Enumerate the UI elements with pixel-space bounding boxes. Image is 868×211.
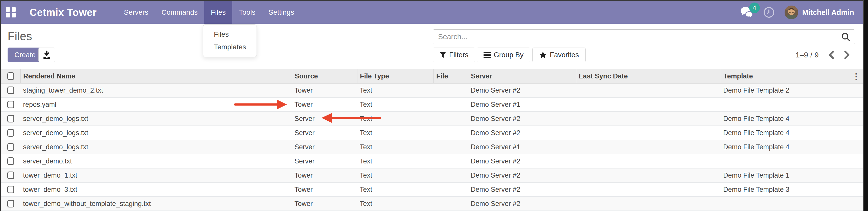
cell-rendered-name: server_demo.txt [21,154,292,168]
row-checkbox[interactable] [7,172,14,179]
column-header-server[interactable]: Server [468,69,576,83]
cell-file-type: Text [357,112,433,125]
download-icon [42,51,51,59]
clock-icon [763,7,774,18]
row-checkbox-cell [1,140,21,154]
column-header-file-type[interactable]: File Type [357,69,433,83]
cell-server: Demo Server #2 [468,183,576,196]
row-checkbox[interactable] [7,186,14,193]
grid-square [6,7,10,12]
files-dropdown-menu: Files Templates [203,24,257,57]
activities-button[interactable] [763,7,774,18]
column-header-last-sync-date[interactable]: Last Sync Date [576,69,721,83]
table-row[interactable]: tower_demo_1.txt Tower Text Demo Server … [1,169,863,183]
row-checkbox[interactable] [7,115,14,122]
cell-file-type: Text [357,197,433,210]
menu-item-files[interactable]: Files [204,1,232,24]
table-row[interactable]: server_demo.txt Server Text Demo Server … [1,154,863,169]
table-row[interactable]: repos.yaml Tower Text Demo Server #1 [1,98,863,112]
cell-source: Tower [292,84,357,97]
import-button[interactable] [38,48,55,62]
list-icon [484,52,491,58]
table-row[interactable]: tower_demo_without_template_staging.txt … [1,197,863,211]
messages-count-badge: 4 [749,3,760,13]
row-checkbox[interactable] [7,157,14,165]
filters-label: Filters [449,51,468,59]
pager-next-button[interactable] [844,51,850,59]
cell-template [721,154,863,168]
cell-template: Demo File Template 3 [721,183,863,196]
group-by-button[interactable]: Group By [477,48,530,62]
dropdown-item-files[interactable]: Files [203,28,256,41]
menu-item-tools[interactable]: Tools [232,1,262,24]
cell-rendered-name: tower_demo_1.txt [21,169,292,182]
cell-source: Server [292,140,357,154]
favorites-button[interactable]: Favorites [532,48,586,62]
select-all-checkbox[interactable] [7,72,14,80]
table-row[interactable]: server_demo_logs.txt Server Text Demo Se… [1,112,863,126]
cell-source: Tower [292,197,357,210]
table-row[interactable]: server_demo_logs.txt Server Text Demo Se… [1,140,863,154]
group-by-label: Group By [494,51,524,59]
cell-file [433,126,468,140]
ellipsis-vertical-icon[interactable]: ⋮ [852,69,860,84]
funnel-icon [440,52,446,58]
column-header-rendered-name[interactable]: Rendered Name [21,69,292,83]
chevron-right-icon [844,51,850,59]
column-header-template[interactable]: Template [721,69,863,83]
cell-rendered-name: tower_demo_3.txt [21,183,292,196]
cell-rendered-name: server_demo_logs.txt [21,126,292,140]
cell-file [433,169,468,182]
main-menu: Servers Commands Files Tools Settings [117,1,301,24]
apps-grid-icon[interactable] [6,7,16,18]
cell-file-type: Text [357,140,433,154]
menu-item-settings[interactable]: Settings [262,1,301,24]
menu-item-servers[interactable]: Servers [117,1,155,24]
row-checkbox[interactable] [7,87,14,94]
messages-button[interactable]: 4 [740,7,753,18]
cell-source: Server [292,126,357,140]
filters-button[interactable]: Filters [433,48,475,62]
pager-previous-button[interactable] [828,51,834,59]
cell-file [433,140,468,154]
user-menu[interactable]: Mitchell Admin [784,6,854,19]
column-header-source[interactable]: Source [292,69,357,83]
table-header: Rendered Name Source File Type File Serv… [1,69,863,84]
user-name: Mitchell Admin [802,8,854,17]
cell-source: Tower [292,183,357,196]
dropdown-item-templates[interactable]: Templates [203,41,256,53]
cell-file [433,197,468,210]
cell-server: Demo Server #2 [468,112,576,125]
window-frame-top [0,0,868,1]
row-checkbox[interactable] [7,143,14,151]
cell-last-sync-date [576,197,721,210]
menu-item-commands[interactable]: Commands [155,1,204,24]
search-box [433,29,855,44]
cell-rendered-name: tower_demo_without_template_staging.txt [21,197,292,210]
cell-rendered-name: staging_tower_demo_2.txt [21,84,292,97]
table-row[interactable]: server_demo_logs.txt Server Text Demo Se… [1,126,863,140]
cell-server: Demo Server #2 [468,126,576,140]
search-input[interactable] [433,29,855,44]
cell-file [433,183,468,196]
cell-file-type: Text [357,84,433,97]
table-row[interactable]: staging_tower_demo_2.txt Tower Text Demo… [1,84,863,98]
row-checkbox[interactable] [7,101,14,108]
row-checkbox[interactable] [7,129,14,137]
app-window: Cetmix Tower Servers Commands Files Tool… [0,0,868,211]
cell-file-type: Text [357,98,433,111]
column-header-file[interactable]: File [433,69,468,83]
top-navbar: Cetmix Tower Servers Commands Files Tool… [1,1,863,24]
cell-file-type: Text [357,183,433,196]
cell-source: Tower [292,169,357,182]
search-icon[interactable] [841,32,850,42]
table-row[interactable]: tower_demo_3.txt Tower Text Demo Server … [1,183,863,197]
files-list: Rendered Name Source File Type File Serv… [1,69,863,211]
cell-last-sync-date [576,98,721,111]
row-checkbox[interactable] [7,200,14,207]
create-button[interactable]: Create [8,48,42,62]
window-frame-right [863,0,868,211]
cell-source: Server [292,154,357,168]
cell-file-type: Text [357,169,433,182]
chevron-left-icon [828,51,834,59]
